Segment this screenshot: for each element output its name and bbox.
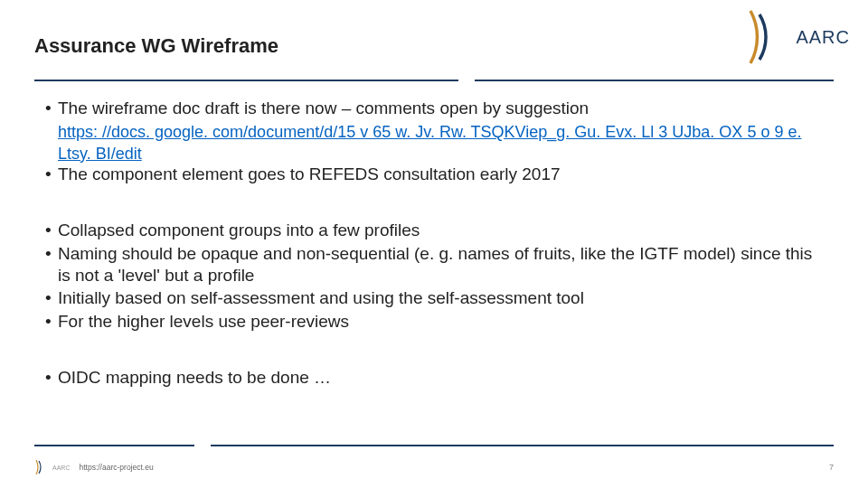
doc-link[interactable]: https: //docs. google. com/document/d/15… [58, 123, 801, 163]
header: Assurance WG Wireframe [34, 34, 834, 58]
bullet-6: • For the higher levels use peer-reviews [45, 311, 823, 333]
aarc-arc-icon [745, 9, 794, 65]
logo-text: AARC [796, 27, 850, 48]
header-divider [34, 80, 834, 81]
bullet-1: • The wireframe doc draft is there now –… [45, 98, 823, 119]
bullet-2: • The component element goes to REFEDS c… [45, 164, 823, 185]
footer-logo-text: AARC [52, 465, 70, 471]
footer-url: https://aarc-project.eu [79, 463, 153, 472]
footer: AARC https://aarc-project.eu 7 [34, 459, 834, 475]
page-number: 7 [829, 463, 834, 472]
body-content: • The wireframe doc draft is there now –… [45, 98, 823, 390]
slide-title: Assurance WG Wireframe [34, 34, 278, 58]
bullet-4: • Naming should be opaque and non-sequen… [45, 243, 823, 286]
logo: AARC [745, 9, 850, 65]
bullet-1-link: https: //docs. google. com/document/d/15… [58, 121, 823, 164]
bullet-7: • OIDC mapping needs to be done … [45, 367, 823, 389]
aarc-arc-icon [34, 459, 49, 475]
bullet-5: • Initially based on self-assessment and… [45, 287, 823, 309]
footer-logo: AARC https://aarc-project.eu [34, 459, 154, 475]
bullet-3: • Collapsed component groups into a few … [45, 220, 823, 241]
slide: Assurance WG Wireframe AARC • The wirefr… [0, 0, 868, 488]
footer-divider [34, 445, 834, 446]
